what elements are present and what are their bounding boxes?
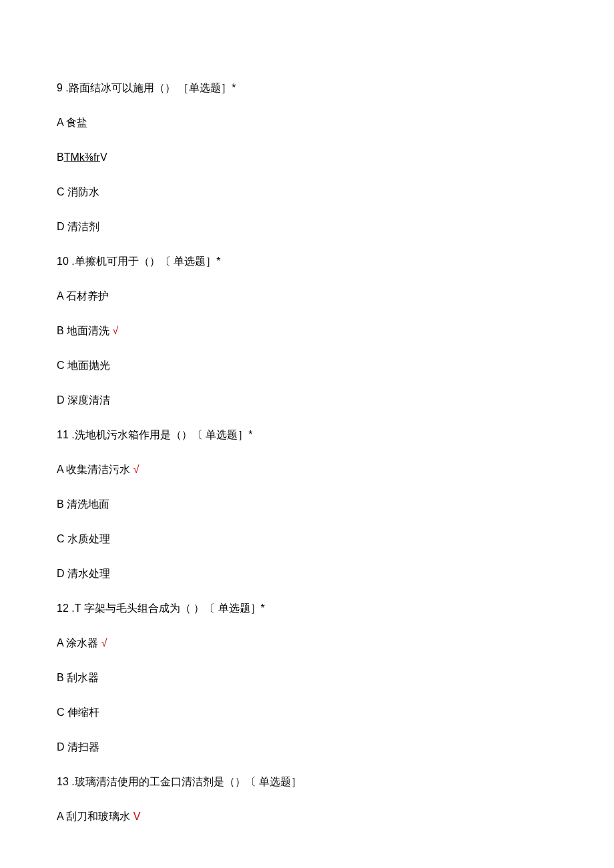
option-label: D [57,394,65,406]
question-9-option-c: C 消防水 [57,184,557,200]
option-label: B [57,325,64,336]
option-text: 刮刀和玻璃水 [66,811,130,822]
option-label: D [57,221,65,232]
question-12-option-a: A 涂水器 √ [57,635,557,651]
option-text: 刮水器 [67,672,99,683]
question-text: 路面结冰可以施用（） ［单选题］* [69,82,236,93]
question-13-stem: 13 .玻璃清洁使用的工金口清洁剂是（）〔 单选题］ [57,774,557,790]
option-text: 消防水 [67,186,99,197]
question-number: 13 [57,776,69,787]
question-12-stem: 12 .T 字架与毛头组合成为（ ）〔 单选题］* [57,600,557,616]
option-text: TMk⅜fr [64,151,100,163]
question-number: 10 [57,256,69,267]
option-label: B [57,151,64,163]
option-label: C [57,186,65,197]
option-text: 收集清洁污水 [66,464,130,475]
option-label: A [57,637,63,648]
option-text: 伸缩杆 [67,707,99,718]
option-text: 深度清洁 [67,394,110,406]
question-11-option-b: B 清洗地面 [57,496,557,512]
question-12-option-d: D 清扫器 [57,739,557,755]
check-icon: √ [133,464,139,475]
option-text: 清扫器 [67,741,99,753]
option-text: 地面清洗 [67,325,109,336]
question-12-option-b: B 刮水器 [57,670,557,686]
question-10-option-a: A 石材养护 [57,288,557,304]
check-icon: √ [101,637,107,648]
option-label: D [57,741,65,753]
question-number: 12 [57,602,69,614]
question-10-stem: 10 .单擦机可用于（）〔 单选题］* [57,254,557,270]
option-text: 清洗地面 [67,498,109,510]
option-text: 清水处理 [67,568,110,579]
check-icon: V [100,151,107,163]
question-11-option-c: C 水质处理 [57,531,557,547]
question-10-option-b: B 地面清洗 √ [57,323,557,339]
option-text: 涂水器 [66,637,98,648]
question-number: 11 [57,429,69,440]
question-11-stem: 11 .洗地机污水箱作用是（）〔 单选题］* [57,427,557,443]
question-10-option-d: D 深度清洁 [57,392,557,408]
option-label: B [57,672,64,683]
option-label: D [57,568,65,579]
option-text: 地面抛光 [67,360,110,371]
question-9-option-a: A 食盐 [57,115,557,131]
option-label: C [57,707,65,718]
option-label: A [57,290,63,302]
option-text: 石材养护 [66,290,109,302]
option-label: A [57,117,63,128]
question-9-option-b: BTMk⅜frV [57,149,557,165]
check-icon: √ [113,325,119,336]
option-label: B [57,498,64,510]
option-label: A [57,811,63,822]
question-9-stem: 9 .路面结冰可以施用（） ［单选题］* [57,80,557,96]
option-text: 清洁剂 [67,221,99,232]
option-label: A [57,464,63,475]
question-text: 单擦机可用于（）〔 单选题］* [75,256,221,267]
question-9-option-d: D 清洁剂 [57,219,557,235]
option-label: C [57,533,65,544]
check-icon: V [133,811,141,822]
question-11-option-d: D 清水处理 [57,566,557,582]
question-text: 玻璃清洁使用的工金口清洁剂是（）〔 单选题］ [75,776,302,787]
question-10-option-c: C 地面抛光 [57,358,557,374]
question-number: 9 [57,82,63,93]
question-text: T 字架与毛头组合成为（ ）〔 单选题］* [75,602,265,614]
option-label: C [57,360,65,371]
question-11-option-a: A 收集清洁污水 √ [57,462,557,478]
question-12-option-c: C 伸缩杆 [57,705,557,721]
question-13-option-a: A 刮刀和玻璃水 V [57,809,557,825]
question-text: 洗地机污水箱作用是（）〔 单选题］* [75,429,253,440]
option-text: 食盐 [66,117,87,128]
option-text: 水质处理 [67,533,110,544]
